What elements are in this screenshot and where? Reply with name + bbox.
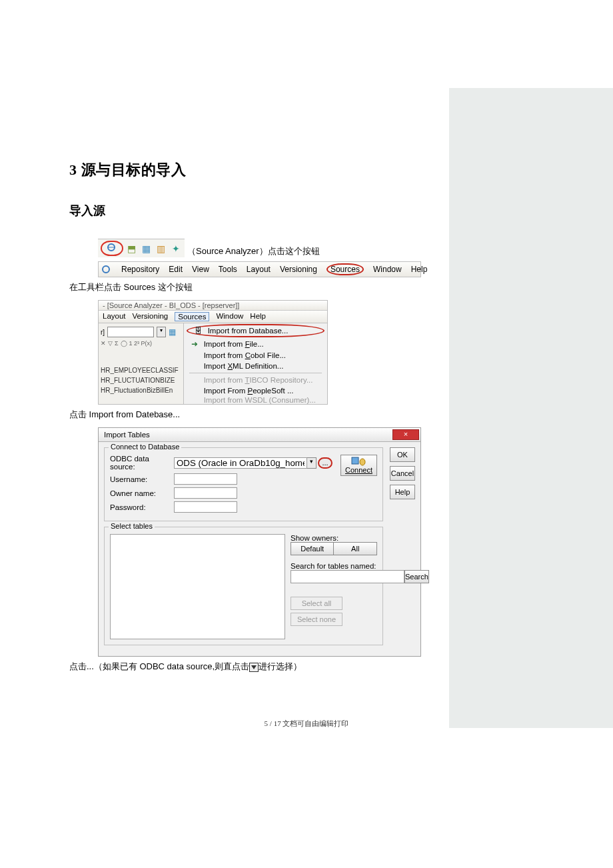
import-from-cobol[interactable]: Import from Cobol File...	[184, 350, 327, 361]
ok-button[interactable]: OK	[390, 447, 415, 462]
cancel-button[interactable]: Cancel	[390, 466, 415, 481]
app-icon	[101, 263, 112, 276]
import-from-wsdl: Import from WSDL (Consumer)...	[184, 396, 327, 404]
tool-icon-4[interactable]: ◯	[121, 340, 127, 347]
file-icon: ➜	[189, 339, 200, 349]
menu-label: Import from File...	[204, 340, 264, 348]
list-item[interactable]: HR_FLUCTUATIONBIZE	[101, 377, 181, 387]
group-legend-2: Select tables	[109, 522, 155, 530]
odbc-label: ODBC data source:	[110, 455, 174, 471]
toolbar-figure-1: ⬒ ▦ ▥ ✦	[98, 239, 185, 257]
menu-help-2[interactable]: Help	[250, 312, 266, 321]
heading-2: 导入源	[69, 203, 449, 219]
svg-point-2	[103, 266, 109, 273]
odbc-dropdown-button[interactable]: ▾	[307, 457, 316, 469]
list-item[interactable]: HR_EMPLOYEECLASSIF	[101, 367, 181, 377]
combo-text: r]	[101, 329, 105, 336]
filter-icon[interactable]: ▽	[108, 340, 113, 347]
menu-label: Import From PeopleSoft ...	[204, 387, 294, 395]
owner-input[interactable]	[174, 487, 237, 499]
page-sidebar-gray	[449, 88, 613, 728]
list-item[interactable]: HR_FluctuationBizBillEn	[101, 387, 181, 397]
menu-sources-2[interactable]: Sources	[175, 312, 209, 321]
owner-label: Owner name:	[110, 489, 174, 497]
mapping-designer-icon: ▦	[140, 242, 153, 255]
source-analyzer-icon	[101, 241, 123, 256]
close-button[interactable]: ×	[392, 429, 419, 440]
username-label: Username:	[110, 475, 174, 483]
menu-window[interactable]: Window	[373, 265, 402, 274]
import-from-database[interactable]: 🗄 Import from Database...	[187, 324, 324, 337]
search-tables-label: Search for tables named:	[291, 562, 377, 570]
odbc-input[interactable]	[174, 457, 307, 469]
tool-icon-1[interactable]: ✕	[101, 340, 106, 347]
mapplet-designer-icon: ▥	[155, 242, 167, 255]
select-tables-group: Select tables Show owners: Default All S…	[104, 527, 383, 645]
menu-help[interactable]: Help	[411, 265, 428, 274]
menu-label: Import from TIBCO Repository...	[204, 376, 313, 384]
menu-label: Import from Cobol File...	[204, 351, 286, 359]
expression-text: 1 2³ P(x)	[129, 340, 153, 347]
dropdown-icon	[249, 663, 259, 672]
show-owners-label: Show owners:	[291, 534, 377, 542]
sigma-icon[interactable]: Σ	[115, 340, 119, 347]
window-menubar: Layout Versioning Sources Window Help	[99, 311, 327, 323]
menu-sources[interactable]: Sources	[326, 263, 364, 275]
menu-label: Import XML Definition...	[204, 362, 284, 370]
password-label: Password:	[110, 503, 174, 511]
menu-versioning-2[interactable]: Versioning	[133, 312, 169, 321]
import-xml-definition[interactable]: Import XML Definition...	[184, 361, 327, 371]
search-button[interactable]: Search	[404, 570, 429, 583]
grid-icon[interactable]: ▦	[169, 327, 176, 337]
menu-separator	[189, 373, 322, 373]
caption-3: 点击 Import from Datebase...	[69, 409, 449, 421]
connect-button[interactable]: Connect	[340, 455, 377, 476]
caption-2: 在工具栏点击 Sources 这个按钮	[69, 281, 449, 293]
odbc-browse-button[interactable]: ...	[318, 457, 332, 469]
tables-list[interactable]	[110, 534, 285, 639]
menu-tools[interactable]: Tools	[219, 265, 237, 274]
database-icon: 🗄	[193, 327, 204, 335]
all-button[interactable]: All	[333, 542, 377, 555]
caption-4: 点击...（如果已有 ODBC data source,则直点击进行选择）	[69, 661, 449, 673]
connect-database-group: Connect to Database ODBC data source: ▾ …	[104, 447, 383, 521]
sources-dropdown-figure: - [Source Analyzer - BI_ODS - [repserver…	[98, 300, 328, 405]
menu-label: Import from Database...	[208, 327, 289, 335]
heading-1: 3 源与目标的导入	[69, 160, 449, 180]
content-column: 3 源与目标的导入 导入源 ⬒ ▦ ▥ ✦ （Source Analyzer）点…	[69, 160, 449, 679]
import-from-tibco: Import from TIBCO Repository...	[184, 375, 327, 385]
select-none-button: Select none	[291, 613, 342, 626]
search-tables-input[interactable]	[291, 570, 404, 583]
group-legend: Connect to Database	[109, 443, 181, 451]
import-from-file[interactable]: ➜ Import from File...	[184, 338, 327, 350]
menu-window-2[interactable]: Window	[216, 312, 243, 321]
username-input[interactable]	[174, 473, 237, 485]
select-all-button: Select all	[291, 597, 342, 610]
menu-view[interactable]: View	[192, 265, 209, 274]
warehouse-designer-icon: ⬒	[125, 242, 138, 255]
dialog-title: Import Tables	[104, 431, 150, 439]
combo-dropdown-button[interactable]: ▾	[157, 327, 166, 337]
menu-label: Import from WSDL (Consumer)...	[204, 396, 316, 404]
page-footer: 5 / 17 文档可自由编辑打印	[0, 719, 613, 729]
combo-box[interactable]	[107, 327, 154, 337]
window-titlebar: - [Source Analyzer - BI_ODS - [repserver…	[99, 301, 327, 311]
sources-dropdown-menu: 🗄 Import from Database... ➜ Import from …	[183, 323, 327, 404]
help-button[interactable]: Help	[390, 485, 415, 499]
import-from-peoplesoft[interactable]: Import From PeopleSoft ...	[184, 385, 327, 396]
menubar-figure-2: Repository Edit View Tools Layout Versio…	[98, 261, 421, 277]
transformation-developer-icon: ✦	[169, 242, 182, 255]
menu-layout-2[interactable]: Layout	[103, 312, 126, 321]
menu-edit[interactable]: Edit	[169, 265, 183, 274]
menu-versioning[interactable]: Versioning	[280, 265, 317, 274]
menu-layout[interactable]: Layout	[247, 265, 271, 274]
svg-rect-3	[352, 457, 358, 464]
menu-repository[interactable]: Repository	[121, 265, 159, 274]
caption-1: （Source Analyzer）点击这个按钮	[187, 245, 320, 257]
import-tables-dialog: Import Tables × Connect to Database ODBC…	[98, 427, 421, 657]
password-input[interactable]	[174, 501, 237, 513]
svg-point-4	[360, 459, 365, 465]
default-button[interactable]: Default	[291, 542, 334, 555]
